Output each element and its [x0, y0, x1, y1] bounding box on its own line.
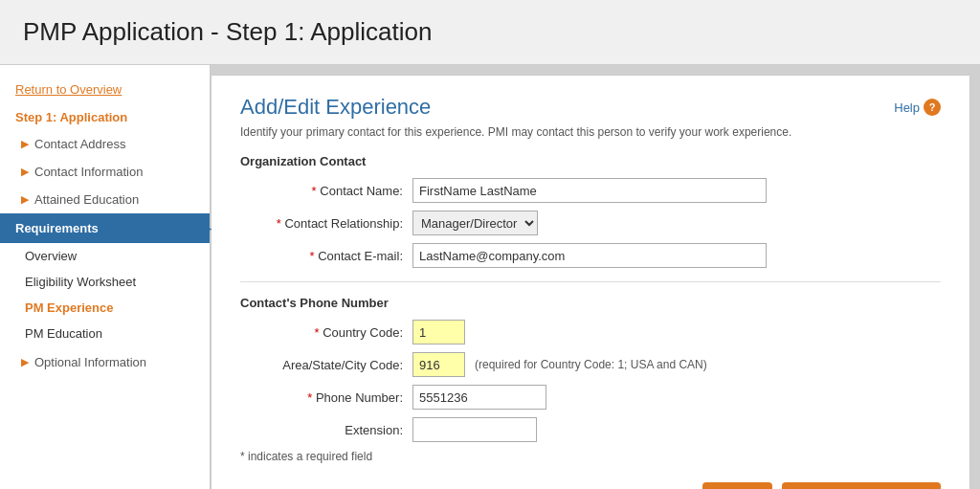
sidebar-item-eligibility-worksheet[interactable]: Eligibility Worksheet	[0, 269, 210, 295]
page-body: Return to Overview Step 1: Application ▶…	[0, 65, 980, 489]
page-header: PMP Application - Step 1: Application	[0, 0, 980, 65]
area-code-label: Area/State/City Code:	[240, 358, 412, 372]
sidebar-label-requirements: Requirements	[15, 221, 99, 235]
section-title-row: Add/Edit Experience Help ?	[240, 95, 941, 120]
form-actions: Back Save and Continue	[240, 482, 941, 489]
contact-email-input[interactable]	[412, 243, 767, 268]
required-star-name: *	[312, 184, 317, 198]
sidebar-step-label: Step 1: Application	[0, 104, 210, 130]
help-label: Help	[894, 100, 920, 115]
section-description: Identify your primary contact for this e…	[240, 125, 941, 139]
sidebar-item-attained-education[interactable]: ▶ Attained Education	[0, 186, 210, 213]
contact-name-row: * Contact Name:	[240, 178, 941, 203]
help-link[interactable]: Help ?	[894, 99, 941, 116]
sidebar-item-pm-education[interactable]: PM Education	[0, 321, 210, 346]
phone-title: Contact's Phone Number	[240, 296, 941, 310]
contact-relationship-select[interactable]: Manager/Director Colleague Supervisor Ot…	[412, 211, 538, 235]
contact-email-label: * Contact E-mail:	[240, 249, 412, 263]
page-title: PMP Application - Step 1: Application	[23, 17, 957, 47]
section-title-text: Add/Edit Experience	[240, 95, 431, 120]
org-contact-title: Organization Contact	[240, 154, 941, 168]
contact-relationship-label: * Contact Relationship:	[240, 216, 412, 231]
sidebar-label-contact-address: Contact Address	[34, 137, 125, 151]
contact-name-label: * Contact Name:	[240, 184, 412, 198]
sidebar-label-optional-information: Optional Information	[34, 355, 146, 369]
phone-number-row: * Phone Number:	[240, 385, 941, 410]
phone-number-label: * Phone Number:	[240, 390, 412, 405]
required-star-country: *	[315, 325, 320, 340]
divider	[240, 281, 941, 282]
chevron-right-icon: ▶	[21, 138, 29, 150]
extension-input[interactable]	[412, 417, 537, 442]
main-content: Add/Edit Experience Help ? Identify your…	[211, 75, 970, 489]
sidebar-item-optional-information[interactable]: ▶ Optional Information	[0, 348, 210, 376]
sidebar-group-requirements[interactable]: Requirements	[0, 213, 210, 243]
sidebar-group-title-requirements[interactable]: Requirements	[0, 213, 210, 243]
help-icon: ?	[924, 99, 941, 116]
sidebar-label-contact-information: Contact Information	[34, 165, 143, 179]
sidebar: Return to Overview Step 1: Application ▶…	[0, 65, 211, 489]
area-code-input[interactable]	[412, 352, 465, 377]
required-star-phone: *	[307, 390, 312, 405]
extension-label: Extension:	[240, 423, 412, 437]
country-code-label: * Country Code:	[240, 325, 412, 340]
required-star-email: *	[309, 249, 314, 263]
sidebar-label-pm-experience: PM Experience	[25, 300, 114, 315]
save-continue-button[interactable]: Save and Continue	[782, 482, 941, 489]
contact-relationship-row: * Contact Relationship: Manager/Director…	[240, 211, 941, 235]
contact-email-row: * Contact E-mail:	[240, 243, 941, 268]
sidebar-item-pm-experience[interactable]: PM Experience	[0, 295, 210, 321]
contact-name-input[interactable]	[412, 178, 767, 203]
sidebar-label-attained-education: Attained Education	[34, 192, 139, 207]
area-code-row: Area/State/City Code: (required for Coun…	[240, 352, 941, 377]
required-star-rel: *	[277, 216, 281, 231]
sidebar-item-overview[interactable]: Overview	[0, 243, 210, 269]
country-code-input[interactable]	[412, 320, 465, 345]
area-code-note: (required for Country Code: 1; USA and C…	[475, 358, 707, 371]
chevron-right-icon: ▶	[21, 166, 29, 178]
sidebar-item-contact-information[interactable]: ▶ Contact Information	[0, 158, 210, 186]
sidebar-label-overview: Overview	[25, 249, 77, 263]
required-note: * indicates a required field	[240, 450, 941, 463]
phone-number-input[interactable]	[412, 385, 546, 410]
back-button[interactable]: Back	[702, 482, 772, 489]
country-code-row: * Country Code:	[240, 320, 941, 345]
chevron-right-icon: ▶	[21, 193, 29, 206]
sidebar-label-pm-education: PM Education	[25, 326, 102, 341]
sidebar-label-eligibility-worksheet: Eligibility Worksheet	[25, 275, 136, 289]
return-to-overview-link[interactable]: Return to Overview	[0, 75, 210, 104]
extension-row: Extension:	[240, 417, 941, 442]
sidebar-item-contact-address[interactable]: ▶ Contact Address	[0, 130, 210, 158]
chevron-right-icon: ▶	[21, 356, 29, 368]
